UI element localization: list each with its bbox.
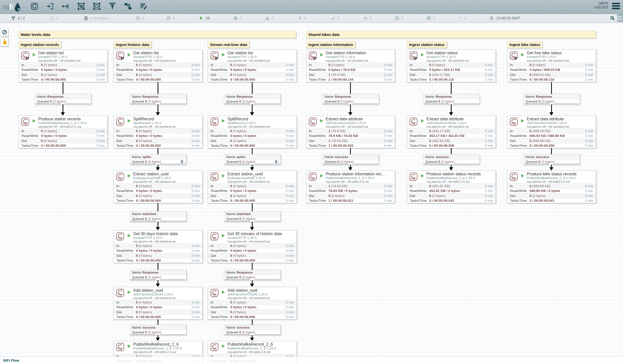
connection-label[interactable]: NameResponseQueued0(0 bytes)	[423, 94, 480, 105]
group-label[interactable]: Shared bikes data	[306, 31, 596, 38]
processor[interactable]: Extract data attributeJoltTransformJSON …	[507, 116, 596, 148]
column-label[interactable]: Ingest station status	[407, 41, 447, 48]
processor[interactable]: Extract data attributeJoltTransformJSON …	[306, 116, 395, 148]
processor[interactable]: PGet station informationInvokeHTTP 1.25.…	[306, 49, 395, 82]
run-status-icon	[222, 119, 225, 123]
processor-header: Add station_uuidJoltTransformJSON 1.25.0…	[114, 287, 202, 300]
processor[interactable]: Extract station_uuidEvaluateJsonPath 1.2…	[114, 171, 203, 203]
connection-name-label: Name	[324, 95, 333, 98]
queue-percent-bars	[224, 103, 280, 104]
processor[interactable]: Extract data attributeJoltTransformJSON …	[407, 116, 496, 148]
connection-label[interactable]: NameResponseQueued0(0 bytes)	[130, 270, 186, 280]
birdseye-toggle[interactable]	[617, 14, 623, 22]
toolbar-processor-button[interactable]	[30, 2, 39, 12]
column-label[interactable]: Stream real-time data	[208, 41, 249, 48]
stat-value-bold: 1	[328, 129, 330, 133]
stat-window: 5 min	[191, 184, 200, 188]
navigate-palette-button[interactable]	[1, 28, 8, 36]
stat-value: 0 bytes / 0 bytes	[230, 305, 286, 309]
queued-size: (0 bytes)	[242, 217, 256, 221]
stat-value-bold: 0	[230, 184, 232, 188]
svg-text:?: ?	[459, 16, 461, 20]
stat-value: 0 (0 bytes)	[136, 310, 191, 314]
processor-title: SplitRecord	[227, 117, 296, 121]
processor[interactable]: Get 30 minutes of historic dataInvokeHTT…	[208, 230, 297, 263]
processor[interactable]: SplitRecordSplitRecord 1.25.0org.apache.…	[114, 116, 203, 148]
connection-label[interactable]: NamesuccessQueued0(0 bytes)	[523, 154, 580, 165]
connection-name-row: NameResponse	[130, 94, 186, 99]
processor[interactable]: Produce station status recordsPublishKaf…	[407, 171, 496, 203]
stat-row-read-write: Read/Write0 bytes / 0 bytes5 min	[19, 67, 107, 72]
processor-header: PGet station listInvokeHTTP 1.25.0org.ap…	[114, 50, 202, 62]
processor-title: Extract data attribute	[326, 117, 394, 121]
connection-label[interactable]: NamematchedQueued0(0 bytes)	[130, 211, 186, 222]
toolbar-process-group-button[interactable]	[76, 2, 86, 12]
processor[interactable]: Produce station information rec...Publis…	[306, 171, 395, 203]
processor[interactable]: PGet free bike statusInvokeHTTP 1.25.0or…	[507, 49, 596, 82]
run-status-icon	[222, 53, 225, 57]
processor-bundle: org.apache.nifi - nifi-standard-nar	[527, 125, 595, 128]
stat-label: Read/Write	[309, 68, 328, 72]
search-button[interactable]	[608, 14, 617, 22]
breadcrumb[interactable]: NiFi Flow	[3, 358, 19, 362]
toolbar-funnel-button[interactable]	[108, 2, 117, 12]
stat-value: 0 bytes / 569.03 KB	[530, 68, 585, 72]
processor[interactable]: Produce station recordsPublishKafkaRecor…	[19, 116, 108, 148]
logout-link[interactable]: LOG OUT	[594, 5, 608, 9]
connection-label[interactable]: NameResponseQueued0(0 bytes)	[224, 94, 281, 105]
stat-value-bold: 0 / 00:00:00.000	[230, 315, 255, 319]
column-label[interactable]: Ingest station records	[19, 41, 61, 48]
toolbar-label-button[interactable]	[139, 2, 148, 12]
stat-value: 0 bytes / 0 bytes	[230, 189, 286, 193]
column-label[interactable]: Ingest historic data	[114, 41, 152, 48]
column-label[interactable]: Ingest bike status	[507, 41, 542, 48]
processor[interactable]: PGet station listInvokeHTTP 1.25.0org.ap…	[114, 49, 203, 82]
connection-label[interactable]: NamesuccessQueued0(0 bytes)	[322, 154, 379, 165]
processor[interactable]: PGet station listInvokeHTTP 1.25.0org.ap…	[208, 49, 297, 82]
flow-canvas[interactable]: Water levels dataShared bikes dataIngest…	[0, 22, 623, 364]
processor[interactable]: PGet station statusInvokeHTTP 1.25.0org.…	[407, 49, 496, 82]
stat-row-in: In1 (78.83 KB)5 min	[306, 183, 395, 188]
processor-titles: Add station_uuidJoltTransformJSON 1.25.0…	[227, 288, 296, 300]
queued-label: Queued	[226, 217, 238, 221]
stat-row-tasks-time: Tasks/Time0 / 00:00:00.0005 min	[208, 258, 297, 263]
connection-name-row: NameResponse	[423, 94, 480, 99]
connection-label[interactable]: NamesuccessQueued0(0 bytes)	[423, 154, 480, 165]
connection-label[interactable]: NamematchedQueued0(0 bytes)	[224, 211, 281, 222]
toolbar-template-button[interactable]	[123, 2, 133, 12]
processor[interactable]: Get 30 days historic dataInvokeHTTP 1.25…	[114, 230, 203, 263]
connection-arrowhead-icon	[156, 167, 160, 171]
processor[interactable]: PGet station listInvokeHTTP 1.25.0org.ap…	[19, 49, 108, 82]
connection-label[interactable]: NameResponseQueued0(0 bytes)	[130, 94, 186, 105]
connection-label[interactable]: NameResponseQueued0(0 bytes)	[35, 94, 91, 105]
group-label[interactable]: Water levels data	[18, 31, 296, 38]
column-label[interactable]: Ingest station information	[306, 41, 355, 48]
stat-value-bold: 0 bytes / 0 bytes	[230, 134, 256, 138]
connection-label[interactable]: NamesuccessQueued0(0 bytes)	[130, 325, 186, 335]
connection-label[interactable]: NamesplitsQueued0(0 bytes)	[130, 154, 186, 165]
refresh-icon[interactable]	[490, 16, 494, 20]
toolbar-input-port-button[interactable]	[45, 2, 55, 12]
stat-window: 5 min	[384, 189, 392, 193]
global-menu-button[interactable]	[612, 3, 620, 9]
toolbar-remote-process-group-button[interactable]	[92, 2, 102, 12]
stat-value-bold: 1	[328, 184, 330, 188]
processor[interactable]: Produce bike status recordsPublishKafkaR…	[507, 171, 596, 203]
stat-row-in: In5 (453.17 KB)5 min	[407, 128, 496, 133]
processor[interactable]: Add station_uuidJoltTransformJSON 1.25.0…	[208, 287, 297, 320]
connection-label[interactable]: NameResponseQueued0(0 bytes)	[322, 94, 379, 105]
operate-palette-button[interactable]: ☝	[1, 38, 8, 46]
connection-label[interactable]: NamesuccessQueued0(0 bytes)	[224, 325, 281, 335]
connection-label[interactable]: NameResponseQueued0(0 bytes)	[523, 94, 580, 105]
processor[interactable]: SplitRecordSplitRecord 1.25.0org.apache.…	[208, 116, 297, 148]
queued-label: Queued	[132, 330, 144, 334]
refresh-status[interactable]: 13:30:25 GMT	[490, 14, 520, 22]
stat-label: Tasks/Time	[510, 78, 530, 81]
stat-value: 569.03 KB / 568.69 KB	[530, 134, 585, 138]
processor[interactable]: Extract station_uuidEvaluateJsonPath 1.2…	[208, 171, 297, 203]
processor[interactable]: Add station_uuidJoltTransformJSON 1.25.0…	[114, 287, 203, 320]
queued-label: Queued	[226, 330, 238, 334]
toolbar-output-port-button[interactable]	[61, 2, 70, 12]
connection-label[interactable]: NameResponseQueued0(0 bytes)	[224, 270, 281, 280]
connection-label[interactable]: NamesplitsQueued0(0 bytes)	[224, 154, 281, 165]
